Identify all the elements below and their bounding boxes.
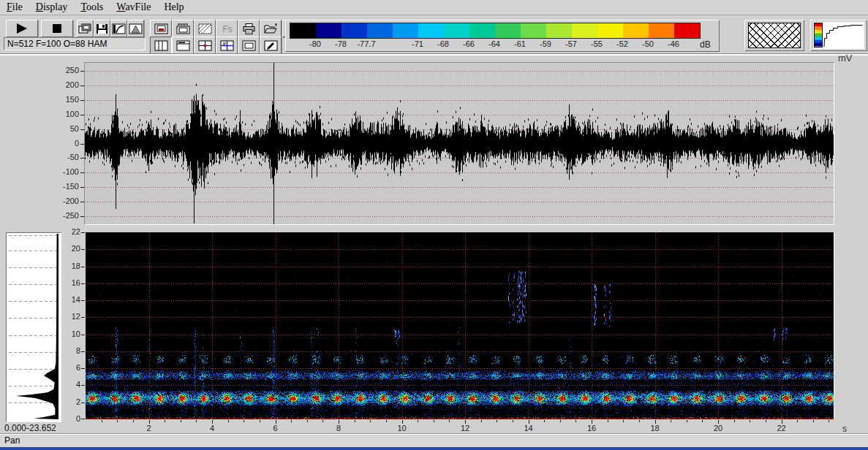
- waveform-ytick: [80, 85, 84, 86]
- db-scale-label: -71: [406, 39, 429, 48]
- spectrogram-xtick: [307, 420, 308, 422]
- color-segment: [649, 23, 674, 38]
- color-segment: [469, 23, 495, 38]
- spectrogram-ytick-label: 22: [51, 227, 80, 236]
- layout-grid-red-button[interactable]: [194, 37, 216, 54]
- fft-settings-field[interactable]: N=512 F=100 O=88 HAM: [4, 37, 146, 50]
- color-segment: [367, 23, 393, 38]
- spectrogram-ytick: [81, 419, 85, 419]
- waveform-ytick-label: 150: [50, 95, 79, 104]
- copy-window-button[interactable]: [77, 20, 94, 37]
- spectrogram-xtick: [228, 420, 229, 422]
- save-button[interactable]: [94, 20, 110, 37]
- waveform-ytick-label: -250: [50, 211, 79, 220]
- menu-help[interactable]: Help: [157, 1, 190, 14]
- layout-vertical-button[interactable]: [150, 37, 172, 54]
- stop-button[interactable]: [41, 20, 73, 37]
- waveform-plot[interactable]: [84, 62, 834, 225]
- menu-wavfile[interactable]: WavFile: [110, 1, 157, 14]
- spectrogram-xtick: [829, 420, 829, 422]
- spectrogram-xtick: [544, 420, 545, 422]
- menu-tools[interactable]: Tools: [74, 1, 110, 14]
- db-scale-label: -59: [534, 39, 557, 48]
- spectrogram-ytick-label: 14: [51, 295, 80, 304]
- menu-file[interactable]: File: [0, 1, 29, 14]
- color-segment: [290, 23, 316, 38]
- time-marks-button[interactable]: [172, 20, 194, 37]
- waveform-ytick-label: 200: [50, 80, 79, 89]
- color-segment: [623, 23, 649, 38]
- spectrogram-xtick: [322, 420, 323, 422]
- open-button[interactable]: [260, 20, 282, 37]
- display-marker-button[interactable]: [150, 20, 172, 37]
- waveform-ytick: [80, 172, 84, 173]
- spectrogram-xtick: [355, 420, 355, 422]
- spectrogram-xtick-label: 4: [203, 424, 222, 432]
- spectrogram-ytick: [81, 232, 85, 233]
- sample-rate-button[interactable]: Fs: [216, 20, 238, 37]
- spectrogram-xtick-label: 20: [709, 424, 728, 432]
- transfer-curve-icon: [112, 23, 126, 34]
- stop-icon: [51, 23, 63, 34]
- spectrogram-xtick: [196, 420, 197, 422]
- fill-pattern-button[interactable]: [194, 20, 216, 37]
- spectrogram-xtick: [608, 420, 608, 422]
- waveform-ytick: [80, 202, 84, 202]
- layout-header-button[interactable]: [172, 37, 194, 54]
- waveform-ytick: [80, 187, 84, 188]
- peak-display-button[interactable]: [127, 20, 144, 37]
- waveform-canvas[interactable]: [85, 63, 834, 224]
- color-segment: [341, 23, 367, 38]
- toolbar-separator: [0, 53, 868, 56]
- fill-pattern-icon: [198, 23, 212, 34]
- layout-frame-icon: [242, 40, 256, 51]
- transfer-curve-box[interactable]: [810, 20, 867, 51]
- spectrogram-xtick-label: 22: [772, 424, 791, 432]
- spectrogram-xtick-label: 14: [519, 424, 538, 432]
- spectrogram-xtick: [133, 420, 134, 422]
- waveform-ytick-label: -200: [50, 197, 79, 205]
- spectrogram-xtick-label: 8: [329, 424, 348, 432]
- status-text: Pan: [4, 435, 20, 446]
- play-button[interactable]: [6, 20, 38, 37]
- spectrogram-xtick: [750, 420, 750, 422]
- print-button[interactable]: [238, 20, 260, 37]
- layout-grid-blue-icon: [220, 40, 234, 51]
- spectrogram-plot[interactable]: [86, 232, 834, 419]
- waveform-ytick-label: 100: [50, 110, 79, 118]
- waveform-ytick: [80, 158, 84, 159]
- db-scale-label: -61: [508, 39, 532, 48]
- spectrogram-ytick-label: 12: [51, 312, 80, 321]
- edit-button[interactable]: [260, 37, 282, 54]
- layout-grid-blue-button[interactable]: [216, 37, 238, 54]
- spectrogram-ytick-label: 6: [51, 363, 80, 372]
- color-segment: [674, 23, 700, 38]
- spectrogram-xtick: [117, 420, 118, 422]
- spectrogram-xtick: [560, 420, 561, 422]
- spectrogram-canvas[interactable]: [86, 232, 834, 419]
- waveform-ytick: [80, 144, 84, 145]
- texture-pattern-box[interactable]: [744, 20, 804, 51]
- waveform-ytick: [80, 100, 84, 101]
- menu-display[interactable]: Display: [29, 1, 75, 14]
- layout-header-icon: [176, 40, 190, 51]
- waveform-ytick: [80, 129, 84, 130]
- spectrogram-xtick: [702, 420, 703, 422]
- spectrogram-xtick-label: 12: [456, 424, 475, 432]
- display-marker-icon: [154, 23, 168, 34]
- transfer-curve-button[interactable]: [110, 20, 127, 37]
- menu-bar: FileDisplayToolsWavFileHelp: [0, 0, 868, 15]
- layout-frame-button[interactable]: [238, 37, 260, 54]
- spectrogram-xtick: [181, 420, 181, 422]
- waveform-ytick-label: 250: [50, 66, 79, 75]
- waveform-ytick-label: 50: [50, 124, 79, 133]
- peak-display-icon: [129, 23, 143, 34]
- spectrogram-xtick: [449, 420, 450, 422]
- spectrogram-ytick-label: 10: [51, 329, 80, 338]
- spectrogram-ytick-label: 4: [51, 380, 80, 389]
- spectrogram-xtick: [481, 420, 482, 422]
- color-segment: [393, 23, 418, 38]
- spectrogram-xtick: [639, 420, 640, 422]
- spectrogram-ytick-label: 2: [51, 397, 80, 406]
- save-icon: [96, 23, 108, 34]
